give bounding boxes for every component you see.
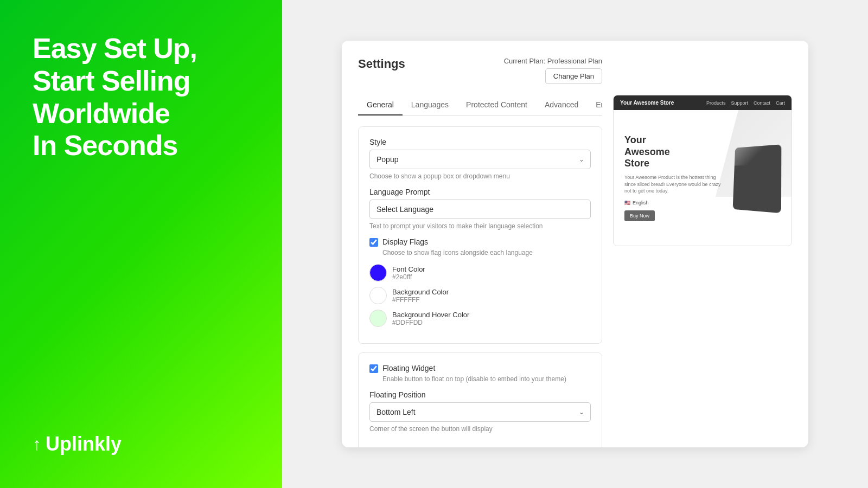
- right-panel: Settings Current Plan: Professional Plan…: [282, 0, 868, 488]
- settings-content: Style Popup ⌄ Choose to show a popup box…: [358, 126, 602, 447]
- preview-nav-support: Support: [731, 100, 748, 106]
- brand-name: Uplinkly: [46, 433, 122, 455]
- brand-logo: ↑ Uplinkly: [33, 433, 255, 455]
- bg-color-value: #FFFFFF: [392, 296, 449, 304]
- floating-position-select-wrapper: Bottom Left ⌄: [369, 402, 591, 422]
- preview-nav-links: Products Support Contact Cart: [706, 100, 785, 106]
- preview-nav: Your Awesome Store Products Support Cont…: [614, 95, 792, 110]
- preview-nav-brand: Your Awesome Store: [620, 100, 674, 106]
- bg-color-row: Background Color #FFFFFF: [369, 287, 591, 304]
- tab-general[interactable]: General: [358, 95, 403, 115]
- preview-panel: Your Awesome Store Products Support Cont…: [613, 95, 792, 246]
- style-select[interactable]: Popup: [369, 150, 591, 169]
- floating-widget-row: Floating Widget: [369, 364, 591, 373]
- arrow-icon: ↑: [33, 434, 41, 454]
- floating-widget-help: Enable button to float on top (disable t…: [382, 375, 591, 383]
- language-prompt-label: Language Prompt: [369, 188, 591, 196]
- bg-hover-color-value: #DDFFDD: [392, 319, 469, 326]
- font-color-row: Font Color #2e0fff: [369, 264, 591, 281]
- style-help-text: Choose to show a popup box or dropdown m…: [369, 172, 591, 180]
- plan-area: Current Plan: Professional Plan Change P…: [504, 57, 602, 84]
- flag-icon: 🇺🇸: [624, 200, 630, 206]
- preview-buy-button[interactable]: Buy Now: [624, 210, 655, 221]
- preview-store-desc: Your Awesome Product is the hottest thin…: [624, 174, 726, 195]
- display-flags-checkbox[interactable]: [369, 238, 378, 247]
- settings-main: Settings Current Plan: Professional Plan…: [358, 57, 602, 447]
- current-plan-text: Current Plan: Professional Plan: [504, 57, 602, 65]
- preview-phone: [733, 144, 782, 213]
- settings-card: Settings Current Plan: Professional Plan…: [342, 41, 808, 447]
- tab-languages[interactable]: Languages: [403, 95, 457, 115]
- left-panel: Easy Set Up, Start Selling Worldwide In …: [0, 0, 282, 488]
- display-flags-label: Display Flags: [382, 237, 428, 246]
- bg-hover-color-row: Background Hover Color #DDFFDD: [369, 310, 591, 327]
- hero-text: Easy Set Up, Start Selling Worldwide In …: [33, 33, 255, 162]
- style-label: Style: [369, 138, 591, 146]
- settings-title: Settings: [358, 57, 405, 71]
- display-flags-help: Choose to show flag icons alongside each…: [382, 249, 591, 256]
- flag-language-text: English: [633, 200, 649, 206]
- tab-protected-content[interactable]: Protected Content: [457, 95, 536, 115]
- floating-widget-label: Floating Widget: [382, 364, 435, 373]
- font-color-value: #2e0fff: [392, 273, 425, 281]
- settings-header: Settings Current Plan: Professional Plan…: [358, 57, 602, 84]
- preview-body: Your Awesome Store Your Awesome Product …: [614, 110, 792, 246]
- language-prompt-help: Text to prompt your visitors to make the…: [369, 222, 591, 230]
- language-prompt-input[interactable]: [369, 200, 591, 219]
- preview-store-title: Your Awesome Store: [624, 134, 726, 170]
- floating-position-select[interactable]: Bottom Left: [369, 402, 591, 422]
- display-flags-row: Display Flags: [369, 237, 591, 247]
- floating-position-help: Corner of the screen the button will dis…: [369, 425, 591, 433]
- preview-nav-contact: Contact: [754, 100, 770, 106]
- preview-nav-cart: Cart: [776, 100, 785, 106]
- bg-hover-color-swatch[interactable]: [369, 310, 387, 327]
- floating-widget-section: Floating Widget Enable button to float o…: [358, 352, 602, 447]
- preview-store-text: Your Awesome Store Your Awesome Product …: [624, 134, 726, 221]
- style-section: Style Popup ⌄ Choose to show a popup box…: [358, 126, 602, 344]
- bg-hover-color-label: Background Hover Color: [392, 311, 469, 319]
- tab-advanced[interactable]: Advanced: [536, 95, 587, 115]
- preview-flag-row: 🇺🇸 English: [624, 200, 726, 206]
- floating-widget-checkbox[interactable]: [369, 364, 378, 373]
- tab-embedding[interactable]: Embedding: [587, 95, 602, 115]
- preview-nav-products: Products: [706, 100, 726, 106]
- tabs: General Languages Protected Content Adva…: [358, 95, 602, 115]
- font-color-label: Font Color: [392, 265, 425, 273]
- bg-color-swatch[interactable]: [369, 287, 387, 304]
- change-plan-button[interactable]: Change Plan: [545, 68, 602, 84]
- font-color-swatch[interactable]: [369, 264, 387, 281]
- bg-color-label: Background Color: [392, 288, 449, 296]
- style-select-wrapper: Popup ⌄: [369, 150, 591, 169]
- floating-position-label: Floating Position: [369, 390, 591, 399]
